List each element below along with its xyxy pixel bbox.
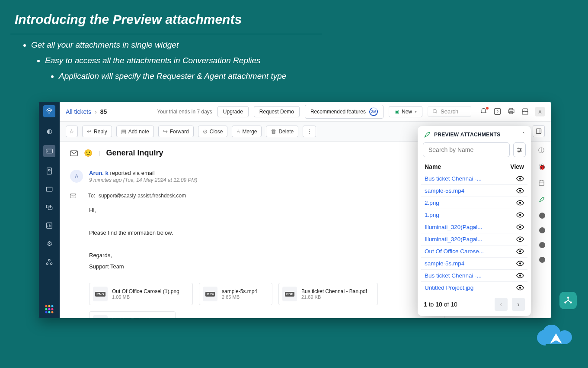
file-type-icon: PDF <box>282 287 297 301</box>
check-circle-icon: ⊘ <box>203 128 208 135</box>
merge-button[interactable]: ⑃Merge <box>232 126 262 137</box>
nav-tickets-icon[interactable] <box>43 145 55 157</box>
svg-point-44 <box>567 297 569 299</box>
marketplace-icon[interactable] <box>521 108 529 116</box>
attachment-size: 2.85 MB <box>222 294 257 300</box>
breadcrumb-root[interactable]: All tickets <box>66 108 91 115</box>
svg-point-33 <box>518 151 520 152</box>
help-icon[interactable]: ? <box>494 108 502 116</box>
brand-cloud-logo <box>535 325 576 352</box>
nav-chat-icon[interactable] <box>45 203 54 212</box>
attachment-card[interactable]: PNG Out Of Office Carosel (1).png1.06 MB <box>89 283 193 305</box>
eye-icon[interactable] <box>516 261 524 266</box>
request-demo-button[interactable]: Request Demo <box>254 106 300 117</box>
close-button[interactable]: ⊘Close <box>198 126 228 137</box>
preview-panel-title: PREVIEW ATTACHMENTS <box>434 132 500 138</box>
preview-item-name[interactable]: sample-5s.mp4 <box>425 187 464 194</box>
trial-text: Your trial ends in 7 days <box>157 109 212 115</box>
calendar-icon[interactable] <box>538 180 546 187</box>
expand-panel-button[interactable] <box>533 125 545 137</box>
svg-rect-28 <box>70 151 78 156</box>
preview-item-name[interactable]: Bus ticket Chennai -... <box>425 175 482 182</box>
preview-item-name[interactable]: Untitled Project.jpg <box>425 284 473 291</box>
feather-icon[interactable] <box>538 196 546 204</box>
pager-next-button[interactable]: › <box>512 298 525 311</box>
more-actions-button[interactable]: ⋮ <box>303 126 316 137</box>
preview-row: sample-5s.mp4 <box>421 258 527 270</box>
note-icon: ▤ <box>121 128 126 135</box>
star-button[interactable]: ☆ <box>66 126 78 137</box>
attachment-size: 1.06 MB <box>112 294 179 300</box>
right-icon-strip: ⓘ 🐞 <box>533 142 551 318</box>
fab-apps-icon[interactable] <box>559 292 577 309</box>
eye-icon[interactable] <box>516 224 524 230</box>
nav-admin-icon[interactable]: ⚙ <box>45 239 54 248</box>
reply-button[interactable]: ↩Reply <box>82 126 112 137</box>
preview-filter-button[interactable] <box>513 142 526 157</box>
svg-rect-23 <box>508 110 514 112</box>
info-icon[interactable]: ⓘ <box>538 147 546 155</box>
attachment-name: Bus ticket Chennai - Ban.pdf <box>301 288 367 294</box>
nav-analytics-icon[interactable] <box>45 221 54 230</box>
grey-dot-icon[interactable] <box>539 242 545 248</box>
eye-icon[interactable] <box>516 176 524 181</box>
preview-search-input[interactable] <box>423 142 510 157</box>
envelope-small-icon <box>70 194 76 198</box>
upgrade-button[interactable]: Upgrade <box>217 106 249 117</box>
pager-prev-button[interactable]: ‹ <box>495 298 508 311</box>
attachment-size: 21.89 KB <box>301 294 367 300</box>
collapse-icon[interactable]: ˄ <box>522 132 525 138</box>
grey-dot-icon[interactable] <box>539 213 545 219</box>
breadcrumb[interactable]: All tickets › 85 <box>66 108 107 115</box>
bug-orange-icon[interactable]: 🐞 <box>538 163 546 171</box>
profile-avatar[interactable]: A <box>535 107 545 116</box>
preview-item-name[interactable]: Bus ticket Chennai -... <box>425 272 482 279</box>
print-icon[interactable] <box>508 108 515 116</box>
attachment-card[interactable]: JPG Untitled Project.jpg286.36 KB <box>89 311 176 318</box>
sender-name[interactable]: Arun. k <box>89 170 109 176</box>
eye-icon[interactable] <box>516 249 524 254</box>
nav-contacts-icon[interactable] <box>45 167 54 175</box>
attachment-card[interactable]: PDF Bus ticket Chennai - Ban.pdf21.89 KB <box>278 283 378 305</box>
grey-dot-icon[interactable] <box>539 257 545 263</box>
eye-icon[interactable] <box>516 212 524 218</box>
to-label: To: <box>88 193 95 199</box>
search-input[interactable] <box>441 108 467 115</box>
svg-point-15 <box>48 308 51 310</box>
attachment-name: sample-5s.mp4 <box>222 288 257 294</box>
nav-dashboard-icon[interactable]: ◐ <box>45 127 54 136</box>
eye-icon[interactable] <box>516 273 524 278</box>
preview-item-name[interactable]: Illuminati_320(Pagal... <box>425 236 483 242</box>
nav-org-icon[interactable] <box>45 258 54 266</box>
nav-home-icon[interactable] <box>43 105 55 117</box>
ticket-title: General Inquiry <box>106 148 163 158</box>
nav-solutions-icon[interactable] <box>45 185 54 194</box>
nav-apps-grid-icon[interactable] <box>45 304 54 314</box>
notifications-icon[interactable] <box>480 108 488 116</box>
title-underline <box>10 34 322 34</box>
preview-item-name[interactable]: 1.png <box>425 212 439 218</box>
new-button[interactable]: ▣ New ▾ <box>389 106 422 117</box>
file-type-icon: PNG <box>93 287 108 301</box>
eye-icon[interactable] <box>516 236 524 242</box>
preview-item-name[interactable]: sample-5s.mp4 <box>425 260 464 267</box>
eye-icon[interactable] <box>516 200 524 206</box>
forward-button[interactable]: ↪Forward <box>158 126 194 137</box>
attachment-card[interactable]: MP4 sample-5s.mp42.85 MB <box>199 283 272 305</box>
search-input-wrap[interactable] <box>428 106 471 117</box>
preview-item-name[interactable]: Out Of Office Carose... <box>425 248 484 255</box>
grey-dot-icon[interactable] <box>539 227 545 233</box>
svg-point-3 <box>48 169 50 171</box>
preview-item-name[interactable]: 2.png <box>425 200 439 206</box>
add-note-button[interactable]: ▤Add note <box>116 126 154 137</box>
eye-icon[interactable] <box>516 285 524 291</box>
svg-point-9 <box>46 263 48 265</box>
svg-point-43 <box>519 287 521 289</box>
svg-point-32 <box>520 149 521 151</box>
recommended-features-button[interactable]: Recommended features 2/6 <box>305 105 383 119</box>
trash-icon: 🗑 <box>271 128 276 135</box>
eye-icon[interactable] <box>516 188 524 194</box>
delete-button[interactable]: 🗑Delete <box>266 126 298 137</box>
preview-item-name[interactable]: Illuminati_320(Pagal... <box>425 224 483 230</box>
new-label: New <box>402 109 412 115</box>
